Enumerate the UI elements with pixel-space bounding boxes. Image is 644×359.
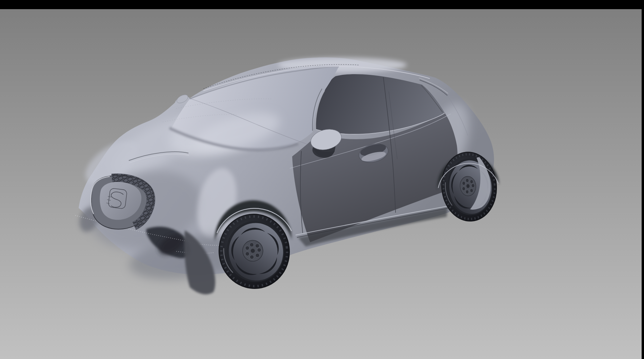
letterbox-right-bar: [642, 0, 644, 359]
3d-viewport[interactable]: [0, 0, 644, 359]
front-grille[interactable]: [91, 175, 154, 229]
letterbox-top-bar: [0, 0, 644, 9]
cad-application-window: [0, 0, 644, 359]
